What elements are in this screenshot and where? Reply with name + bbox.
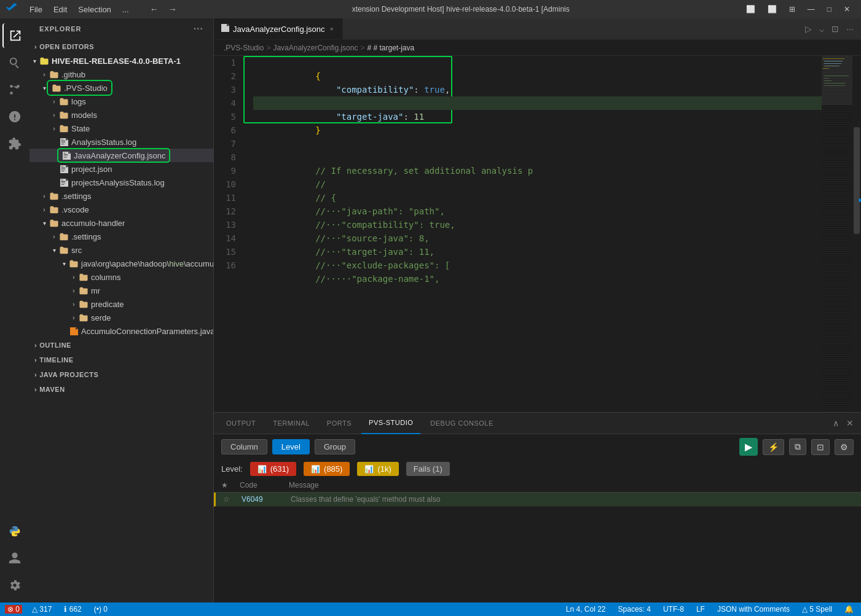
settings-folder-icon — [49, 191, 59, 201]
tree-src[interactable]: ▾ src — [29, 243, 213, 257]
tab-debug-console[interactable]: DEBUG CONSOLE — [423, 413, 500, 434]
status-notifications[interactable]: 🔔 — [842, 605, 856, 614]
tab-close-btn[interactable]: × — [329, 24, 335, 34]
level-badge-631[interactable]: 📊 (631) — [250, 462, 296, 476]
activity-debug[interactable] — [2, 104, 27, 129]
flash-btn[interactable]: ⚡ — [763, 439, 784, 455]
tab-java-config[interactable]: JavaAnalyzerConfig.jsonc × — [214, 18, 343, 39]
tab-terminal[interactable]: TERMINAL — [265, 413, 317, 434]
toggle-sidebar-btn[interactable]: ⬜ — [741, 4, 760, 15]
export-btn[interactable]: ⊡ — [811, 439, 830, 455]
settings-label: .settings — [61, 192, 91, 201]
status-position[interactable]: Ln 4, Col 22 — [564, 605, 608, 614]
tree-acc-settings[interactable]: › .settings — [29, 230, 213, 243]
tree-mr[interactable]: › mr — [29, 284, 213, 297]
tree-logs[interactable]: › logs — [29, 95, 213, 108]
activity-extensions[interactable] — [2, 131, 27, 156]
activity-settings[interactable] — [2, 573, 27, 598]
status-wireless[interactable]: (•) 0 — [92, 605, 110, 614]
editor-layout-btn[interactable]: ⊡ — [829, 21, 841, 36]
tab-ports[interactable]: PORTS — [320, 413, 359, 434]
col-star-header[interactable]: ★ — [221, 481, 240, 489]
tree-analysis-log[interactable]: AnalysisStatus.log — [29, 135, 213, 149]
tab-output[interactable]: OUTPUT — [219, 413, 263, 434]
sidebar-more[interactable]: ··· — [194, 23, 203, 34]
tree-java-path[interactable]: ▾ java\org\apache\hadoop\hive\accumulo — [29, 257, 213, 270]
tree-columns[interactable]: › columns — [29, 270, 213, 284]
row-star[interactable]: ☆ — [223, 495, 242, 504]
split-action-btn[interactable]: ⌵ — [817, 21, 827, 36]
svg-rect-11 — [824, 83, 846, 84]
panel-close-btn[interactable]: ✕ — [844, 416, 856, 431]
menu-selection[interactable]: Selection — [73, 4, 116, 15]
level-badge-1k[interactable]: 📊 (1k) — [357, 462, 398, 476]
pvs-settings-btn[interactable]: ⚙ — [835, 439, 854, 455]
col-message-header[interactable]: Message — [289, 481, 854, 489]
breadcrumb-pvs[interactable]: .PVS-Studio — [224, 44, 264, 52]
run-analysis-btn[interactable]: ▶ — [739, 438, 758, 456]
run-action-btn[interactable]: ▷ — [803, 21, 814, 36]
level-badge-fails[interactable]: Fails (1) — [406, 462, 450, 476]
level-badge-885[interactable]: 📊 (885) — [304, 462, 350, 476]
code-editor[interactable]: 12345 678910 1112131415 16 { "compatibil… — [214, 56, 861, 412]
level-label-text: Level: — [221, 464, 243, 474]
timeline-section[interactable]: › TIMELINE — [29, 353, 213, 367]
close-btn[interactable]: ✕ — [839, 4, 855, 15]
breadcrumb-file[interactable]: JavaAnalyzerConfig.jsonc — [273, 44, 358, 52]
status-warnings[interactable]: △ 317 — [29, 605, 54, 614]
tree-accumulo-handler[interactable]: ▾ accumulo-handler — [29, 216, 213, 230]
status-line-ending[interactable]: LF — [694, 605, 707, 614]
activity-explorer[interactable] — [2, 23, 27, 48]
tree-root[interactable]: ▾ HIVE-REL-RELEASE-4.0.0-BETA-1 — [29, 54, 213, 68]
open-editors-section[interactable]: › OPEN EDITORS — [29, 39, 213, 54]
group-btn[interactable]: Group — [315, 439, 355, 454]
tree-project-json[interactable]: project.json — [29, 162, 213, 176]
tree-settings[interactable]: › .settings — [29, 189, 213, 203]
tree-projects-log[interactable]: projectsAnalysisStatus.log — [29, 176, 213, 189]
editor-scrollbar[interactable] — [852, 56, 861, 412]
activity-git[interactable] — [2, 77, 27, 102]
breadcrumb-target[interactable]: # # target-java — [367, 44, 414, 52]
state-label: State — [71, 124, 90, 133]
java-projects-section[interactable]: › JAVA PROJECTS — [29, 367, 213, 382]
activity-account[interactable] — [2, 546, 27, 571]
toggle-panel-btn[interactable]: ⬜ — [763, 4, 782, 15]
outline-section[interactable]: › OUTLINE — [29, 338, 213, 353]
col-code-header[interactable]: Code — [240, 481, 289, 489]
tree-serde[interactable]: › serde — [29, 311, 213, 324]
layout-btn[interactable]: ⊞ — [784, 4, 800, 15]
tab-pvs-studio[interactable]: PVS-STUDIO — [361, 413, 420, 434]
pvs-table-row[interactable]: ☆ V6049 Classes that define 'equals' met… — [214, 493, 861, 507]
menu-bar: File Edit Selection ... — [25, 4, 134, 15]
maven-section[interactable]: › MAVEN — [29, 382, 213, 397]
tree-predicate[interactable]: › predicate — [29, 297, 213, 311]
nav-forward[interactable]: → — [165, 3, 181, 15]
menu-file[interactable]: File — [25, 4, 47, 15]
activity-python[interactable] — [2, 519, 27, 544]
tree-accumulo-conn[interactable]: AccumuloConnectionParameters.java — [29, 324, 213, 338]
nav-back[interactable]: ← — [146, 3, 162, 15]
status-spell[interactable]: △ 5 Spell — [800, 605, 835, 614]
activity-search[interactable] — [2, 50, 27, 75]
panel-maximize-btn[interactable]: ∧ — [830, 416, 841, 431]
maximize-btn[interactable]: □ — [822, 4, 836, 15]
copy-btn[interactable]: ⧉ — [789, 439, 806, 455]
menu-more[interactable]: ... — [117, 4, 134, 15]
tree-github[interactable]: › .github — [29, 68, 213, 81]
tree-models[interactable]: › models — [29, 108, 213, 122]
tree-vscode[interactable]: › .vscode — [29, 203, 213, 216]
status-language[interactable]: JSON with Comments — [715, 605, 792, 614]
column-btn[interactable]: Column — [221, 439, 267, 454]
level-btn[interactable]: Level — [272, 439, 310, 454]
code-lines: { "compatibility": true, "source-java": … — [243, 56, 822, 412]
status-spaces[interactable]: Spaces: 4 — [616, 605, 653, 614]
more-actions-btn[interactable]: ··· — [844, 21, 856, 36]
status-errors[interactable]: ⊗ 0 — [5, 605, 22, 614]
status-info[interactable]: ℹ 662 — [61, 605, 84, 614]
minimize-btn[interactable]: — — [803, 4, 820, 15]
tree-pvs-studio[interactable]: ▾ .PVS-Studio — [29, 81, 213, 95]
menu-edit[interactable]: Edit — [49, 4, 72, 15]
tree-state[interactable]: › State — [29, 122, 213, 135]
tree-java-config[interactable]: JavaAnalyzerConfig.jsonc — [29, 149, 213, 162]
status-encoding[interactable]: UTF-8 — [661, 605, 686, 614]
